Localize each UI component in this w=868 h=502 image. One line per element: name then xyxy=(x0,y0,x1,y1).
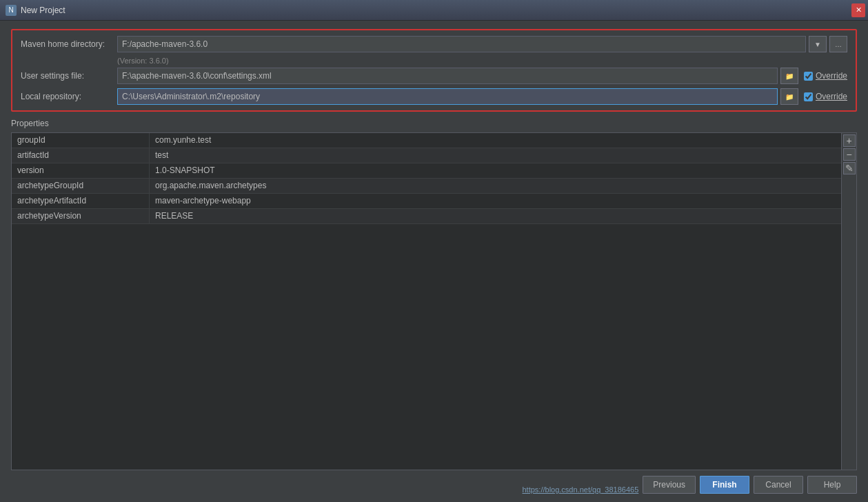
finish-button[interactable]: Finish xyxy=(700,476,749,494)
cancel-button[interactable]: Cancel xyxy=(754,476,803,494)
user-settings-input-group: 📁 Override xyxy=(117,68,847,84)
prop-value: 1.0-SNAPSHOT xyxy=(150,163,841,178)
user-settings-browse-btn[interactable]: 📁 xyxy=(780,68,798,84)
prop-value: maven-archetype-webapp xyxy=(150,194,841,208)
prop-value: com.yunhe.test xyxy=(150,133,841,148)
maven-version-text: (Version: 3.6.0) xyxy=(117,57,847,65)
maven-home-browse-btn[interactable]: … xyxy=(829,36,847,52)
maven-home-label: Maven home directory: xyxy=(21,39,117,49)
maven-section: Maven home directory: ▼ … (Version: 3.6.… xyxy=(11,29,857,112)
local-repo-browse-btn[interactable]: 📁 xyxy=(780,88,798,105)
local-repo-label: Local repository: xyxy=(21,92,117,101)
table-row[interactable]: archetypeGroupIdorg.apache.maven.archety… xyxy=(12,179,841,194)
local-repo-override-group: Override xyxy=(804,92,847,101)
footer-row: https://blog.csdn.net/qq_38186465 Previo… xyxy=(523,476,858,494)
properties-section: Properties groupIdcom.yunhe.testartifact… xyxy=(11,119,857,470)
maven-home-dropdown-btn[interactable]: ▼ xyxy=(809,36,827,52)
remove-property-button[interactable]: − xyxy=(843,148,856,161)
properties-sidebar: + − ✎ xyxy=(841,133,856,470)
title-bar-text: New Project xyxy=(21,6,65,15)
app-icon: N xyxy=(6,5,17,16)
prop-key: artifactId xyxy=(12,148,150,163)
user-settings-row: User settings file: 📁 Override xyxy=(21,68,847,84)
title-bar: N New Project ✕ xyxy=(0,0,868,21)
maven-home-input[interactable] xyxy=(117,36,806,52)
maven-home-row: Maven home directory: ▼ … xyxy=(21,36,847,52)
prop-key: groupId xyxy=(12,133,150,148)
user-settings-label: User settings file: xyxy=(21,71,117,81)
user-settings-override-label[interactable]: Override xyxy=(816,71,847,81)
table-row[interactable]: version1.0-SNAPSHOT xyxy=(12,163,841,179)
footer-area: https://blog.csdn.net/qq_38186465 Previo… xyxy=(11,476,857,494)
prop-key: archetypeVersion xyxy=(12,209,150,223)
user-settings-override-checkbox[interactable] xyxy=(804,72,813,81)
user-settings-override-group: Override xyxy=(804,71,847,81)
table-row[interactable]: artifactIdtest xyxy=(12,148,841,163)
properties-table-wrapper: groupIdcom.yunhe.testartifactIdtestversi… xyxy=(11,132,857,470)
add-property-button[interactable]: + xyxy=(843,134,856,147)
prop-key: version xyxy=(12,163,150,178)
close-button[interactable]: ✕ xyxy=(851,3,865,17)
local-repo-input-group: 📁 Override xyxy=(117,88,847,105)
dialog-body: Maven home directory: ▼ … (Version: 3.6.… xyxy=(0,21,868,502)
local-repo-row: Local repository: 📁 Override xyxy=(21,88,847,105)
maven-home-input-group: ▼ … xyxy=(117,36,847,52)
properties-table: groupIdcom.yunhe.testartifactIdtestversi… xyxy=(12,133,841,470)
table-row[interactable]: archetypeArtifactIdmaven-archetype-webap… xyxy=(12,194,841,209)
prop-key: archetypeArtifactId xyxy=(12,194,150,208)
table-row[interactable]: archetypeVersionRELEASE xyxy=(12,209,841,224)
properties-header: Properties xyxy=(11,119,857,128)
table-row[interactable]: groupIdcom.yunhe.test xyxy=(12,133,841,148)
user-settings-input[interactable] xyxy=(117,68,778,84)
prop-value: org.apache.maven.archetypes xyxy=(150,179,841,193)
prop-key: archetypeGroupId xyxy=(12,179,150,193)
local-repo-input[interactable] xyxy=(117,88,778,105)
prop-value: test xyxy=(150,148,841,163)
local-repo-override-label[interactable]: Override xyxy=(816,92,847,101)
edit-property-button[interactable]: ✎ xyxy=(843,162,856,174)
window-controls: ✕ xyxy=(851,3,865,17)
prop-value: RELEASE xyxy=(150,209,841,223)
watermark-link[interactable]: https://blog.csdn.net/qq_38186465 xyxy=(523,485,639,494)
previous-button[interactable]: Previous xyxy=(643,476,696,494)
local-repo-override-checkbox[interactable] xyxy=(804,92,813,101)
help-button[interactable]: Help xyxy=(807,476,857,494)
